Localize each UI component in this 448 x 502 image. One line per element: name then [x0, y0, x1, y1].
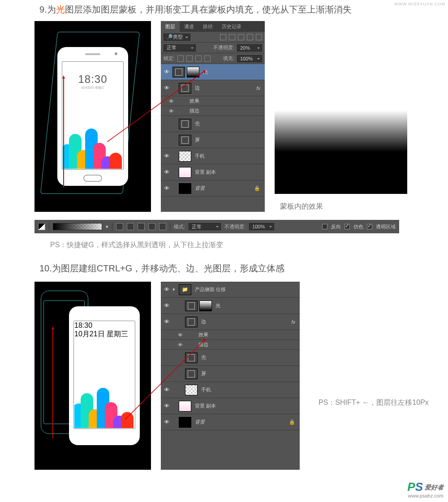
logo-url: www.psahz.com: [407, 493, 444, 498]
gradient-preset-select[interactable]: [53, 223, 102, 230]
layer-edge[interactable]: 👁 边 fx: [161, 314, 300, 330]
image-thumb-icon: [179, 151, 191, 162]
logo-s: S: [415, 480, 423, 493]
mask-result: 蒙板内的效果: [275, 21, 407, 212]
camera-icon: [115, 52, 117, 55]
filter-type-select[interactable]: 🔎 类型: [164, 34, 190, 41]
layer-name: 产品侧面 位移: [193, 286, 300, 293]
image-thumb-icon: [179, 183, 191, 194]
visibility-icon[interactable]: 👁: [161, 302, 172, 309]
svg-marker-3: [203, 339, 206, 343]
ps-note: PS：快捷键G，样式选择从黑到透明，从下往上拉渐变: [0, 233, 448, 262]
layer-name: 光: [214, 302, 300, 309]
step9-prefix: 9.为: [39, 4, 56, 14]
phone-preview-2: 18:30 10月21日 星期三: [34, 282, 151, 470]
visibility-icon[interactable]: 👁: [161, 185, 172, 192]
lock-icon[interactable]: [186, 56, 193, 62]
layer-name: 光: [201, 69, 265, 75]
step9-suffix: 图层添加图层蒙板，并用渐变工具在蒙板内填充，使光从下至上渐渐消失: [65, 4, 352, 14]
layer-light[interactable]: 👁 光: [161, 298, 300, 314]
phone-preview-1: 18:30 10月21日 星期三: [34, 21, 151, 212]
layer-phone[interactable]: 👁 手机: [161, 148, 265, 164]
mode-label: 模式:: [174, 223, 185, 230]
lock-icon[interactable]: [195, 56, 202, 62]
gradient-linear-icon[interactable]: [116, 223, 123, 230]
layer-name: 边: [199, 318, 291, 325]
tb-opacity-label: 不透明度:: [224, 223, 246, 230]
speaker-icon: [85, 53, 100, 55]
layer-name: 背景: [193, 185, 254, 192]
visibility-icon[interactable]: 👁: [161, 318, 172, 325]
layer-bg[interactable]: 👁 背景 🔒: [161, 180, 265, 197]
tab-history[interactable]: 历史记录: [217, 21, 246, 32]
lock-icon: 🔒: [289, 419, 300, 425]
lock-label: 锁定:: [164, 55, 175, 62]
arrow-diag-icon: [107, 70, 206, 142]
tab-paths[interactable]: 路径: [198, 21, 217, 32]
dither-checkbox[interactable]: [345, 224, 350, 229]
shape-thumb-icon: [185, 317, 198, 327]
blend-mode-select[interactable]: 正常: [164, 44, 196, 51]
fx-badge[interactable]: fx: [256, 86, 265, 91]
gradient-reflected-icon[interactable]: [148, 223, 155, 230]
step10-title: 10.为图层建组CTRL+G，并移动壳、边、光图层，形成立体感: [0, 262, 448, 282]
shape-thumb-icon: [185, 300, 198, 311]
transparency-label: 透明区域: [376, 223, 396, 230]
visibility-icon[interactable]: 👁: [161, 169, 172, 176]
panel-tabs[interactable]: 图层 通道 路径 历史记录: [161, 21, 265, 32]
shift-note: PS：SHIFT+ ←，图层往左移10Px: [319, 398, 429, 408]
tb-opacity-input[interactable]: 100%: [249, 223, 274, 230]
visibility-icon[interactable]: 👁: [161, 286, 172, 293]
fill-label: 填充:: [223, 55, 234, 62]
gradient-toolbar: ▾ 模式: 正常 不透明度: 100% 反向 仿色 透明区域: [34, 220, 399, 233]
filter-icon[interactable]: [247, 34, 253, 40]
filter-icon[interactable]: [256, 34, 262, 40]
gradient-preview: [275, 63, 407, 194]
opacity-input[interactable]: 20%: [237, 44, 262, 51]
dither-label: 仿色: [353, 223, 363, 230]
reverse-checkbox[interactable]: [322, 224, 327, 229]
home-button-icon: [83, 175, 102, 182]
fx-badge[interactable]: fx: [291, 319, 300, 325]
layer-bgcopy[interactable]: 👁 背景 副本: [161, 164, 265, 180]
reverse-label: 反向: [331, 223, 341, 230]
filter-icon[interactable]: [220, 34, 226, 40]
logo-p: P: [407, 480, 415, 493]
svg-line-0: [107, 70, 206, 142]
layer-fx[interactable]: 👁效果: [161, 330, 300, 340]
logo-cn: 爱好者: [425, 484, 444, 492]
swatch-icon[interactable]: [38, 223, 45, 230]
arrow-up-icon: [52, 326, 53, 438]
fill-input[interactable]: 100%: [237, 55, 262, 62]
step9-highlight: 光: [56, 4, 65, 14]
date-text: 10月21日 星期三: [74, 330, 134, 339]
watermark-top: WWW.MISSYUAN.COM: [394, 2, 445, 6]
arrow-diag-icon: [125, 339, 206, 420]
image-thumb-icon: [179, 167, 191, 178]
visibility-icon[interactable]: 👁: [161, 419, 172, 425]
watermark-bottom: PS爱好者 www.psahz.com: [407, 480, 444, 498]
mask-thumb-icon: [199, 300, 212, 311]
layer-group[interactable]: 👁 ▾ 📁 产品侧面 位移: [161, 282, 300, 298]
opacity-label: 不透明度:: [213, 44, 234, 51]
filter-icon[interactable]: [238, 34, 244, 40]
gradient-radial-icon[interactable]: [127, 223, 134, 230]
layer-name: 手机: [199, 386, 300, 393]
lock-icon[interactable]: [204, 56, 211, 62]
step9-title: 9.为光图层添加图层蒙板，并用渐变工具在蒙板内填充，使光从下至上渐渐消失: [0, 0, 448, 21]
visibility-icon[interactable]: 👁: [161, 153, 172, 159]
lock-icon[interactable]: [177, 56, 184, 62]
svg-line-2: [125, 339, 206, 420]
mode-select[interactable]: 正常: [189, 223, 221, 230]
layer-name: 壳: [199, 354, 300, 361]
gradient-diamond-icon[interactable]: [159, 223, 166, 230]
layer-name: 背景 副本: [193, 403, 300, 409]
tab-channels[interactable]: 通道: [180, 21, 198, 32]
tab-layers[interactable]: 图层: [161, 21, 180, 32]
filter-icon[interactable]: [229, 34, 235, 40]
clock-text: 18:30: [74, 322, 134, 330]
mask-caption: 蒙板内的效果: [280, 202, 407, 211]
gradient-angle-icon[interactable]: [138, 223, 145, 230]
layer-name: 背景: [193, 419, 289, 425]
transparency-checkbox[interactable]: [367, 224, 372, 229]
